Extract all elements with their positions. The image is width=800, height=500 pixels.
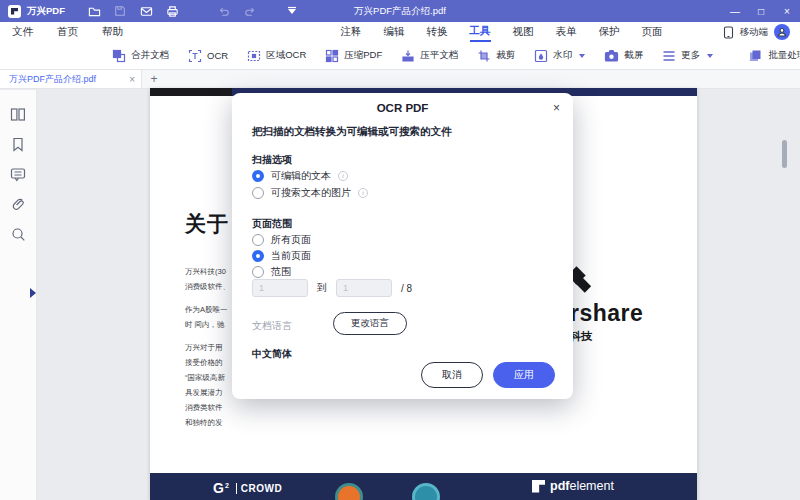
mobile-label[interactable]: 移动端 xyxy=(740,26,769,39)
wondershare-logo: rshare 科技 xyxy=(570,266,697,344)
ocr-dialog: OCR PDF × 把扫描的文档转换为可编辑或可搜索的文件 扫描选项 可编辑的文… xyxy=(232,93,573,399)
menu-home[interactable]: 首页 xyxy=(57,22,78,42)
dialog-description: 把扫描的文档转换为可编辑或可搜索的文件 xyxy=(252,125,452,139)
tab-page[interactable]: 页面 xyxy=(642,22,663,42)
app-name: 万兴PDF xyxy=(27,5,65,18)
menu-file[interactable]: 文件 xyxy=(12,22,33,42)
scan-options-title: 扫描选项 xyxy=(252,153,292,167)
batch-process-button[interactable]: 批量处理 xyxy=(748,49,800,63)
current-language: 中文简体 xyxy=(252,347,292,361)
merge-documents-button[interactable]: 合并文档 xyxy=(112,49,169,63)
area-ocr-icon xyxy=(247,49,261,63)
search-icon[interactable] xyxy=(10,226,27,243)
crop-icon xyxy=(477,49,491,63)
undo-icon[interactable] xyxy=(213,3,235,19)
radio-unselected-icon xyxy=(252,266,264,278)
radio-label: 可搜索文本的图片 xyxy=(271,186,351,200)
compress-pdf-icon xyxy=(325,49,339,63)
tab-comment[interactable]: 注释 xyxy=(341,22,362,42)
range-to-label: 到 xyxy=(317,281,327,295)
radio-current-page[interactable]: 当前页面 xyxy=(252,249,311,263)
radio-range[interactable]: 范围 xyxy=(252,265,291,279)
pdfelement-logo: pdfelement xyxy=(532,479,614,493)
document-heading: 关于 xyxy=(185,210,229,238)
tab-close-icon[interactable]: × xyxy=(129,74,135,85)
window-controls: — □ × xyxy=(722,0,800,22)
document-tabbar: 万兴PDF产品介绍.pdf × + xyxy=(0,70,800,89)
vertical-scrollbar[interactable] xyxy=(782,140,787,168)
page-range-title: 页面范围 xyxy=(252,217,292,231)
thumbnails-icon[interactable] xyxy=(10,106,27,123)
bookmark-icon[interactable] xyxy=(10,136,27,153)
radio-label: 当前页面 xyxy=(271,249,311,263)
tab-view[interactable]: 视图 xyxy=(513,22,534,42)
award-badge-leader xyxy=(335,483,363,500)
caret-down-icon[interactable] xyxy=(281,3,303,19)
screenshot-button[interactable]: 截屏 xyxy=(604,49,643,63)
batch-process-icon xyxy=(748,49,763,63)
tab-form[interactable]: 表单 xyxy=(556,22,577,42)
wondershare-logo-subtext: 科技 xyxy=(570,329,697,344)
toolbar: 合并文档 OCR 区域OCR 压缩PDF 压平文档 裁剪 水印 截屏 更多 批量… xyxy=(0,42,800,70)
info-icon[interactable]: i xyxy=(338,171,348,181)
attachment-icon[interactable] xyxy=(10,196,27,213)
watermark-dropdown-caret xyxy=(579,54,585,58)
radio-editable-text[interactable]: 可编辑的文本 i xyxy=(252,169,348,183)
more-icon xyxy=(662,50,676,62)
g2-crowd-logo: G2 CROWD xyxy=(213,480,282,496)
titlebar: 万兴PDF 万兴PDF产品介绍.pdf — □ × xyxy=(0,0,800,22)
more-button[interactable]: 更多 xyxy=(662,49,713,62)
user-icon xyxy=(777,27,787,37)
tab-protect[interactable]: 保护 xyxy=(599,22,620,42)
award-badge-momentum xyxy=(412,483,440,500)
more-dropdown-caret xyxy=(707,54,713,58)
document-tab-title: 万兴PDF产品介绍.pdf xyxy=(9,73,96,86)
radio-all-pages[interactable]: 所有页面 xyxy=(252,233,311,247)
watermark-button[interactable]: 水印 xyxy=(534,49,585,63)
close-button[interactable]: × xyxy=(774,0,800,22)
dialog-close-icon[interactable]: × xyxy=(553,101,560,115)
tab-edit[interactable]: 编辑 xyxy=(384,22,405,42)
maximize-button[interactable]: □ xyxy=(748,0,774,22)
ocr-icon xyxy=(188,49,202,63)
app-logo-icon xyxy=(8,5,21,18)
expand-panel-arrow-icon[interactable] xyxy=(30,288,36,298)
minimize-button[interactable]: — xyxy=(722,0,748,22)
merge-documents-icon xyxy=(112,49,126,63)
range-to-input[interactable] xyxy=(336,279,392,297)
screenshot-icon xyxy=(604,49,619,63)
document-tab[interactable]: 万兴PDF产品介绍.pdf × xyxy=(0,70,142,88)
range-from-input[interactable] xyxy=(252,279,308,297)
tab-convert[interactable]: 转换 xyxy=(427,22,448,42)
area-ocr-button[interactable]: 区域OCR xyxy=(247,49,306,63)
change-language-button[interactable]: 更改语言 xyxy=(333,312,407,335)
ocr-button[interactable]: OCR xyxy=(188,49,228,63)
mail-icon[interactable] xyxy=(135,3,157,19)
wondershare-logo-text: rshare xyxy=(570,300,697,327)
new-tab-button[interactable]: + xyxy=(142,70,166,88)
crop-button[interactable]: 裁剪 xyxy=(477,49,515,63)
page-footer-banner: G2 CROWD pdfelement xyxy=(150,473,697,500)
print-icon[interactable] xyxy=(161,3,183,19)
radio-label: 可编辑的文本 xyxy=(271,169,331,183)
menu-help[interactable]: 帮助 xyxy=(102,22,123,42)
dialog-title: OCR PDF xyxy=(232,93,573,114)
comment-icon[interactable] xyxy=(10,166,27,183)
user-avatar[interactable] xyxy=(774,24,790,40)
menubar: 文件 首页 帮助 注释 编辑 转换 工具 视图 表单 保护 页面 移动端 xyxy=(0,22,800,42)
radio-selected-icon xyxy=(252,170,264,182)
tab-tools[interactable]: 工具 xyxy=(470,22,491,42)
radio-searchable-image[interactable]: 可搜索文本的图片 i xyxy=(252,186,368,200)
save-icon[interactable] xyxy=(109,3,131,19)
flatten-document-button[interactable]: 压平文档 xyxy=(401,49,458,63)
cancel-button[interactable]: 取消 xyxy=(421,362,483,388)
apply-button[interactable]: 应用 xyxy=(493,362,555,388)
range-total-label: / 8 xyxy=(401,283,412,294)
compress-pdf-button[interactable]: 压缩PDF xyxy=(325,49,382,63)
radio-selected-icon xyxy=(252,250,264,262)
mobile-phone-icon xyxy=(723,26,734,39)
radio-unselected-icon xyxy=(252,187,264,199)
redo-icon[interactable] xyxy=(239,3,261,19)
open-folder-icon[interactable] xyxy=(83,3,105,19)
info-icon[interactable]: i xyxy=(358,188,368,198)
